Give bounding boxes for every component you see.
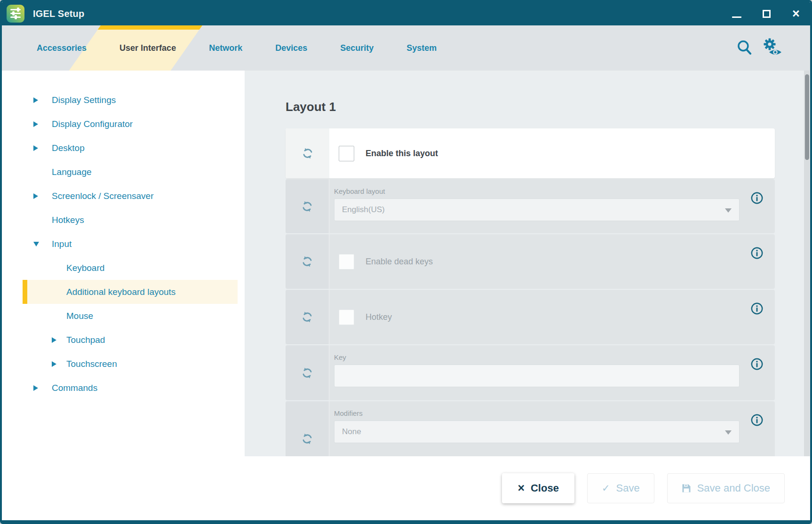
titlebar: IGEL Setup ×: [2, 2, 810, 25]
reset-parameter-button[interactable]: [286, 401, 329, 456]
maximize-icon: [763, 10, 771, 18]
setting-row-enable-dead-keys: Enable dead keys: [286, 234, 775, 289]
sidebar-item-screenlock-screensaver[interactable]: Screenlock / Screensaver: [2, 184, 245, 208]
settings-panel: Layout 1: [245, 71, 810, 456]
setting-row-key: Key: [286, 345, 775, 400]
minimize-button[interactable]: [726, 3, 747, 24]
window-title: IGEL Setup: [33, 8, 84, 19]
sidebar-item-touchscreen[interactable]: Touchscreen: [2, 352, 245, 376]
collapsed-arrow-icon[interactable]: [52, 337, 56, 343]
checkbox-label: Enable this layout: [366, 149, 438, 159]
select-value: None: [342, 427, 361, 436]
igel-setup-window: IGEL Setup × Accessories User Interface …: [0, 0, 812, 524]
field-label: Modifiers: [334, 409, 775, 417]
info-button[interactable]: [750, 302, 764, 317]
gear-eye-icon: [761, 38, 784, 58]
checkbox-label: Hotkey: [366, 312, 392, 322]
tab-network[interactable]: Network: [209, 25, 242, 71]
reset-parameter-button[interactable]: [286, 234, 329, 289]
info-button[interactable]: [750, 246, 764, 262]
sidebar-item-display-settings[interactable]: Display Settings: [2, 88, 245, 112]
sidebar-item-additional-keyboard-layouts[interactable]: Additional keyboard layouts: [2, 280, 245, 304]
setting-row-modifiers: Modifiers None: [286, 401, 775, 456]
action-bar: × Close ✓ Save Save and Close: [2, 456, 810, 520]
collapsed-arrow-icon[interactable]: [33, 193, 38, 199]
page-title: Layout 1: [286, 100, 810, 115]
floppy-disk-icon: [682, 484, 691, 493]
view-settings-button[interactable]: [761, 38, 784, 58]
app-logo-icon: [7, 5, 24, 23]
info-icon: [750, 357, 764, 371]
info-icon: [750, 413, 764, 427]
field-label: Keyboard layout: [334, 187, 775, 195]
modifiers-select[interactable]: None: [334, 421, 740, 443]
save-button[interactable]: ✓ Save: [587, 473, 654, 503]
close-button[interactable]: × Close: [502, 473, 574, 503]
vertical-scrollbar: [804, 71, 810, 456]
sidebar-item-display-configurator[interactable]: Display Configurator: [2, 112, 245, 136]
chevron-down-icon: [725, 208, 732, 213]
info-button[interactable]: [750, 413, 764, 429]
reset-parameter-button[interactable]: [286, 128, 329, 178]
save-and-close-button[interactable]: Save and Close: [667, 473, 785, 503]
reset-icon: [300, 366, 314, 380]
reset-icon: [300, 199, 314, 214]
setting-row-hotkey: Hotkey: [286, 290, 775, 344]
collapsed-arrow-icon[interactable]: [52, 361, 56, 367]
check-icon: ✓: [602, 483, 610, 494]
collapsed-arrow-icon[interactable]: [33, 121, 38, 127]
reset-icon: [301, 146, 315, 160]
enable-this-layout-checkbox[interactable]: [339, 146, 354, 161]
info-icon: [750, 302, 764, 315]
search-button[interactable]: [735, 38, 755, 58]
field-label: Key: [334, 353, 775, 361]
setting-row-keyboard-layout: Keyboard layout English(US): [286, 179, 775, 233]
sidebar-item-keyboard[interactable]: Keyboard: [2, 256, 245, 280]
collapsed-arrow-icon[interactable]: [33, 385, 38, 391]
tab-devices[interactable]: Devices: [275, 25, 307, 71]
tab-user-interface[interactable]: User Interface: [119, 25, 176, 71]
info-button[interactable]: [750, 191, 764, 206]
hotkey-checkbox[interactable]: [339, 310, 354, 325]
reset-icon: [300, 310, 314, 324]
reset-parameter-button[interactable]: [286, 290, 329, 344]
sidebar-item-hotkeys[interactable]: Hotkeys: [2, 208, 245, 232]
close-window-button[interactable]: ×: [786, 3, 806, 24]
sidebar-item-mouse[interactable]: Mouse: [2, 304, 245, 328]
select-value: English(US): [342, 205, 385, 214]
keyboard-layout-select[interactable]: English(US): [334, 198, 740, 221]
reset-icon: [300, 432, 314, 446]
minimize-icon: [732, 16, 741, 18]
chevron-down-icon: [725, 430, 732, 435]
reset-icon: [300, 254, 314, 269]
main-tabbar: Accessories User Interface Network Devic…: [2, 25, 810, 71]
checkbox-label: Enable dead keys: [366, 257, 433, 267]
close-x-icon: ×: [517, 481, 525, 495]
reset-parameter-button[interactable]: [286, 179, 329, 233]
scrollbar-thumb[interactable]: [805, 74, 809, 160]
maximize-button[interactable]: [756, 3, 777, 24]
tab-system[interactable]: System: [406, 25, 437, 71]
search-icon: [735, 38, 755, 58]
setting-row-enable-this-layout: Enable this layout: [286, 128, 775, 178]
tab-security[interactable]: Security: [340, 25, 374, 71]
enable-dead-keys-checkbox[interactable]: [339, 254, 354, 270]
collapsed-arrow-icon[interactable]: [33, 145, 38, 151]
info-button[interactable]: [750, 357, 764, 373]
info-icon: [750, 191, 764, 205]
sidebar-item-touchpad[interactable]: Touchpad: [2, 328, 245, 352]
key-input[interactable]: [334, 365, 740, 387]
collapsed-arrow-icon[interactable]: [33, 97, 38, 103]
sidebar-item-commands[interactable]: Commands: [2, 376, 245, 400]
info-icon: [750, 246, 764, 260]
sidebar-item-desktop[interactable]: Desktop: [2, 136, 245, 160]
settings-tree-sidebar: Display Settings Display Configurator De…: [2, 71, 245, 456]
sidebar-item-input[interactable]: Input: [2, 232, 245, 256]
reset-parameter-button[interactable]: [286, 345, 329, 400]
close-icon: ×: [792, 8, 800, 20]
sidebar-item-language[interactable]: Language: [2, 160, 245, 184]
expanded-arrow-icon[interactable]: [33, 242, 39, 246]
